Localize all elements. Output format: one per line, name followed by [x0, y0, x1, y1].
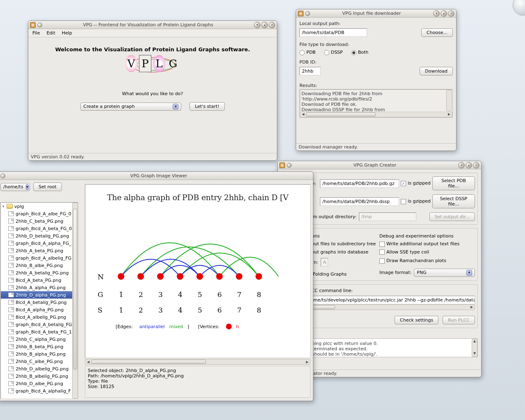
window-dot-icon: [0, 173, 5, 178]
minimize-button[interactable]: ▾: [433, 10, 440, 17]
menu-file[interactable]: File: [30, 30, 42, 37]
window-dot-icon: [287, 163, 292, 168]
dl-results-label: Results:: [299, 83, 453, 88]
image-fmt-combo[interactable]: PNG ▼: [414, 269, 475, 277]
download-button[interactable]: Download: [420, 67, 453, 75]
select-pdb-button[interactable]: Select PDB file...: [432, 176, 475, 190]
action-combo-value: Create a protein graph: [83, 104, 135, 109]
dssp-gzip-check[interactable]: is gzipped: [401, 199, 431, 204]
graph-number: 7: [237, 306, 242, 314]
file-row[interactable]: graph_8icd_A_betalig_FG: [1, 321, 78, 328]
graph-number: 1: [119, 290, 123, 299]
file-row[interactable]: 8icd_A_alpha_PG.png: [1, 306, 78, 313]
set-root-button[interactable]: Set root: [33, 183, 62, 191]
file-icon: [8, 307, 14, 312]
file-icon: [8, 219, 14, 224]
filetype-label: File type to download:: [299, 42, 453, 47]
close-button[interactable]: ×: [269, 22, 275, 28]
arrow-left-icon[interactable]: ◀: [300, 112, 306, 117]
close-button[interactable]: ×: [473, 162, 479, 169]
creator-titlebar[interactable]: VPG Graph Creator ▾ ▴ ×: [278, 161, 481, 169]
radio-both[interactable]: Both: [351, 50, 369, 55]
input-dssp-field[interactable]: /home/ts/data/PDB/2hhb.dssp: [320, 197, 399, 206]
radio-pdb[interactable]: PDB: [299, 50, 316, 55]
graph-panel: The alpha graph of PDB entry 2hhb, chain…: [85, 184, 310, 358]
arrow-left-icon[interactable]: ◀: [85, 359, 91, 364]
app-icon: [279, 162, 285, 168]
tree-root[interactable]: ▾vplg: [1, 203, 78, 210]
file-row[interactable]: 2hhb_C_alpha_PG.png: [1, 336, 78, 343]
action-combo[interactable]: Create a protein graph ▼: [80, 103, 181, 111]
menu-edit[interactable]: Edit: [44, 30, 57, 37]
info-selected: Selected object: 2hhb_D_alpha_PG.png: [88, 368, 308, 373]
legend-antiparallel: antiparallel: [139, 324, 165, 329]
app-icon: [30, 22, 36, 28]
file-row[interactable]: graph_8icd_A_alpha_FG_: [1, 240, 78, 247]
file-row[interactable]: 2hhb_B_beta_PG.png: [1, 343, 78, 350]
maximize-button[interactable]: ▴: [441, 10, 447, 17]
file-icon: [8, 300, 14, 305]
arrow-right-icon[interactable]: ▶: [446, 112, 452, 117]
input-pdb-field[interactable]: /home/ts/data/PDB/2hhb.pdb.gz: [320, 179, 399, 188]
file-row[interactable]: 2hhb_C_albe_PG.png: [1, 358, 78, 365]
info-size: Size: 18125: [88, 384, 308, 389]
dl-results-hscroll[interactable]: ◀ ▶: [300, 112, 452, 117]
file-row[interactable]: 8icd_A_albelig_PG.png: [1, 313, 78, 321]
choose-button[interactable]: Choose...: [421, 28, 453, 37]
file-row[interactable]: graph_8icd_A_beta_FG_0: [1, 225, 78, 232]
file-tree[interactable]: ▾vplg graph_8icd_A_albe_FG_02hhb_C_beta_…: [0, 202, 78, 399]
graph-hscroll[interactable]: ◀ ▶: [85, 359, 310, 365]
check-settings-button[interactable]: Check settings: [395, 316, 438, 324]
desktop-orb-icon: [513, 0, 525, 16]
dl-results-vscroll[interactable]: [446, 90, 452, 111]
window-dot-icon: [305, 11, 310, 16]
select-dssp-button[interactable]: Select DSSP file...: [432, 194, 475, 208]
file-row[interactable]: 8icd_A_betalig_PG.png: [1, 299, 78, 306]
logo-letter-L: L: [153, 55, 165, 72]
file-row[interactable]: 2hhb_C_beta_PG.png: [1, 217, 78, 225]
downloader-titlebar[interactable]: VPG Input file downloader ▾ ▴ ×: [296, 9, 456, 18]
arrow-right-icon[interactable]: ▶: [469, 305, 475, 310]
file-row[interactable]: 2hhb_D_alpha_PG.png: [1, 291, 78, 299]
minimize-button[interactable]: ▾: [458, 162, 465, 169]
file-icon: [8, 374, 14, 379]
graph-node: [137, 273, 144, 280]
file-row[interactable]: 2hhb_D_betalig_PG.png: [1, 232, 78, 240]
menu-help[interactable]: Help: [59, 30, 75, 37]
path-combo[interactable]: /home/ts ▼: [0, 183, 30, 191]
maximize-button[interactable]: ▴: [261, 22, 268, 28]
opt-extra-txt-check[interactable]: Write additional output text files: [379, 241, 459, 247]
file-row[interactable]: graph_8icd_A_beta_FG_1: [1, 328, 78, 336]
radio-dssp[interactable]: DSSP: [324, 50, 343, 55]
file-row[interactable]: 2hhb_B_alpha_PG.png: [1, 350, 78, 358]
viewer-titlebar[interactable]: VPG Graph Image Viewer: [0, 172, 313, 180]
file-row[interactable]: 2hhb_D_albelig_PG.png: [1, 365, 78, 372]
local-output-field[interactable]: /home/ts/data/PDB: [299, 28, 367, 37]
pdb-id-field[interactable]: 2hhb: [299, 67, 321, 75]
file-row[interactable]: 2hhb_A_alpha_PG.png: [1, 284, 78, 291]
opt-rama-check[interactable]: Draw Ramachandran plots: [379, 258, 446, 263]
arrow-right-icon[interactable]: ▶: [304, 359, 310, 364]
creator-results-vscroll[interactable]: ▲ ▼: [472, 339, 477, 357]
maximize-button[interactable]: ▴: [466, 162, 472, 169]
file-icon: [8, 211, 14, 216]
file-row[interactable]: graph_8icd_A_albelig_FG: [1, 254, 78, 262]
file-icon: [8, 381, 14, 386]
file-row[interactable]: 2hhb_B_albe_PG.png: [1, 262, 78, 269]
main-titlebar[interactable]: VPG -- Frontend for Visualization of Pro…: [28, 21, 277, 29]
pdb-id-label: PDB ID:: [299, 59, 453, 65]
minimize-button[interactable]: ▾: [254, 22, 260, 28]
pdb-gzip-check[interactable]: is gzipped: [401, 180, 431, 186]
tree-vscroll[interactable]: [72, 203, 78, 399]
file-row[interactable]: 2hhb_A_beta_PG.png: [1, 247, 78, 254]
close-button[interactable]: ×: [448, 10, 454, 17]
file-row[interactable]: 2hhb_A_betalig_PG.png: [1, 269, 78, 276]
file-row[interactable]: 2hhb_D_albe_PG.png: [1, 380, 78, 387]
info-type: Type: file: [88, 379, 308, 384]
lets-start-button[interactable]: Let's start!: [189, 102, 224, 111]
opt-sse-check[interactable]: Allow SSE type coil: [379, 249, 429, 255]
file-row[interactable]: graph_8icd_A_alphalig_F: [1, 387, 78, 395]
file-row[interactable]: 8icd_A_beta_PG.png: [1, 276, 78, 284]
file-row[interactable]: 2hhb_B_albelig_PG.png: [1, 372, 78, 380]
file-row[interactable]: graph_8icd_A_albe_FG_0: [1, 210, 78, 217]
